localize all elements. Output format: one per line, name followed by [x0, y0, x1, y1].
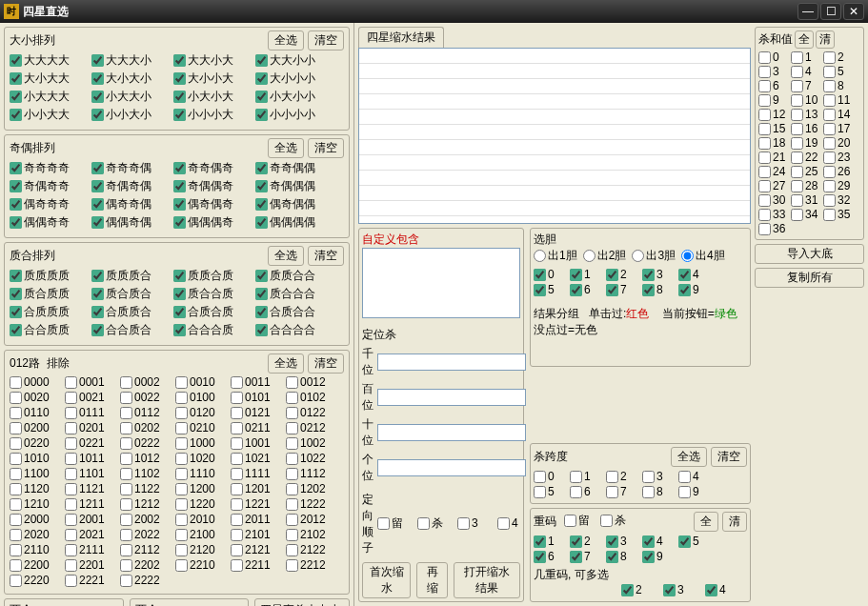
lu012-list-cb[interactable]	[65, 422, 77, 434]
zhihe-list-cb[interactable]	[91, 270, 104, 282]
sha-list-item[interactable]: 6	[758, 79, 791, 92]
chong-list-item[interactable]: 8	[606, 550, 636, 563]
chong-all[interactable]: 全	[694, 512, 718, 532]
chong-list-item[interactable]: 4	[642, 535, 673, 548]
jiou-list-item[interactable]: 偶奇偶奇	[173, 196, 250, 212]
lu012-list-cb[interactable]	[10, 437, 22, 450]
jiou-list-item[interactable]: 奇奇奇偶	[91, 160, 168, 176]
dan-digits-item[interactable]: 5	[534, 283, 564, 296]
lu012-list-item[interactable]: 2001	[65, 513, 114, 526]
jiou-list-cb[interactable]	[255, 216, 268, 229]
jiou-list-item[interactable]: 偶偶偶奇	[173, 214, 250, 231]
lu012-list-cb[interactable]	[65, 453, 77, 465]
lu012-list-cb[interactable]	[175, 422, 188, 434]
lu012-list-cb[interactable]	[286, 514, 298, 526]
lu012-list-cb[interactable]	[10, 468, 22, 480]
zhihe-list-item[interactable]: 合合质质	[10, 322, 86, 338]
lu012-list-cb[interactable]	[175, 376, 188, 389]
sha-list-cb[interactable]	[758, 80, 771, 92]
lu012-list-item[interactable]: 0221	[65, 436, 114, 450]
chong-list-cb[interactable]	[570, 551, 582, 563]
lu012-list-item[interactable]: 1102	[120, 467, 170, 480]
jiou-list-cb[interactable]	[91, 198, 104, 211]
result-list[interactable]	[358, 48, 751, 224]
lu012-select-all[interactable]: 全选	[268, 354, 304, 374]
zhihe-list-cb[interactable]	[91, 288, 104, 300]
dan-digits-item[interactable]: 6	[570, 283, 600, 296]
sha-list-cb[interactable]	[758, 194, 771, 207]
lu012-list-cb[interactable]	[120, 544, 132, 556]
zhihe-list-item[interactable]: 合质质合	[91, 304, 168, 320]
lu012-list-cb[interactable]	[120, 407, 132, 419]
sha-list-cb[interactable]	[791, 94, 803, 107]
zhihe-list-item[interactable]: 质质质合	[91, 268, 168, 284]
chong-list-cb[interactable]	[570, 535, 582, 548]
daxiao-list-item[interactable]: 小小大小	[91, 107, 168, 123]
sha-list-cb[interactable]	[791, 152, 803, 164]
chong-clr[interactable]: 清	[722, 512, 747, 532]
kua-list-cb[interactable]	[570, 471, 582, 483]
chong-list-cb[interactable]	[606, 535, 618, 548]
lu012-list-item[interactable]: 0022	[120, 391, 170, 404]
lu012-list-item[interactable]: 2211	[231, 558, 280, 572]
lu012-list-item[interactable]: 1220	[175, 497, 225, 511]
sha-list-cb[interactable]	[758, 166, 771, 178]
lu012-list-item[interactable]: 1212	[120, 497, 170, 511]
lu012-list-item[interactable]: 0202	[120, 421, 170, 434]
chong-sub-list-cb[interactable]	[663, 584, 676, 596]
lu012-list-item[interactable]: 1000	[175, 436, 225, 450]
sha-list-cb[interactable]	[823, 209, 836, 221]
daxiao-list-cb[interactable]	[91, 109, 104, 121]
lu012-list-cb[interactable]	[120, 376, 132, 389]
zhihe-list-cb[interactable]	[10, 288, 22, 300]
lu012-list-item[interactable]: 2012	[286, 513, 335, 526]
lu012-list-item[interactable]: 0211	[231, 421, 280, 434]
lu012-list-cb[interactable]	[286, 468, 298, 480]
lu012-list-cb[interactable]	[10, 376, 22, 389]
chong-list-item[interactable]: 9	[642, 550, 673, 563]
daxiao-list-cb[interactable]	[91, 54, 104, 67]
first-shrink-button[interactable]: 首次缩水	[362, 562, 411, 598]
lu012-list-item[interactable]: 1010	[10, 452, 59, 465]
lu012-list-cb[interactable]	[175, 559, 188, 572]
sha-list-item[interactable]: 3	[758, 65, 791, 78]
jiou-list-item[interactable]: 偶偶奇奇	[10, 214, 86, 231]
lu012-list-item[interactable]: 2121	[231, 543, 280, 556]
sha-list-cb[interactable]	[791, 109, 803, 121]
lu012-list-item[interactable]: 1001	[231, 436, 280, 450]
chong-kill[interactable]	[600, 515, 613, 527]
zhihe-list-cb[interactable]	[173, 306, 186, 318]
daxiao-list-cb[interactable]	[10, 54, 22, 67]
lu012-list-item[interactable]: 1210	[10, 497, 59, 511]
lu012-list-item[interactable]: 0000	[10, 375, 59, 389]
daxiao-list-cb[interactable]	[173, 91, 186, 103]
dan-digits-cb[interactable]	[642, 269, 655, 281]
lu012-list-item[interactable]: 2112	[120, 543, 170, 556]
dan-r3[interactable]	[632, 250, 644, 262]
jiou-list-cb[interactable]	[10, 198, 22, 211]
daxiao-list-item[interactable]: 小小大大	[10, 107, 86, 123]
lu012-list-cb[interactable]	[175, 392, 188, 404]
bai-input[interactable]	[377, 389, 526, 406]
sha-list-item[interactable]: 30	[758, 193, 791, 207]
chong-list-item[interactable]: 5	[678, 535, 709, 548]
zhihe-list-cb[interactable]	[173, 324, 186, 336]
kua-list-item[interactable]: 6	[570, 485, 600, 498]
jiou-list-item[interactable]: 偶偶偶偶	[255, 214, 332, 231]
lu012-list-item[interactable]: 0101	[231, 391, 280, 404]
result-tab[interactable]: 四星缩水结果	[358, 27, 444, 48]
lu012-list-cb[interactable]	[120, 559, 132, 572]
lu012-list-item[interactable]: 1002	[286, 436, 335, 450]
sha-list-cb[interactable]	[758, 152, 771, 164]
sha-list-item[interactable]: 5	[823, 65, 856, 78]
jiou-list-item[interactable]: 偶奇奇偶	[91, 196, 168, 212]
sha-list-cb[interactable]	[791, 66, 803, 78]
lu012-clear[interactable]: 清空	[308, 354, 344, 374]
daxiao-list-item[interactable]: 大大小小	[255, 52, 332, 69]
sha-list-cb[interactable]	[823, 152, 836, 164]
lu012-list-cb[interactable]	[286, 392, 298, 404]
kua-clear[interactable]: 清空	[711, 447, 747, 467]
sha-list-item[interactable]: 36	[758, 222, 791, 235]
lu012-list-item[interactable]: 1011	[65, 452, 114, 465]
sha-list-item[interactable]: 28	[791, 179, 823, 192]
